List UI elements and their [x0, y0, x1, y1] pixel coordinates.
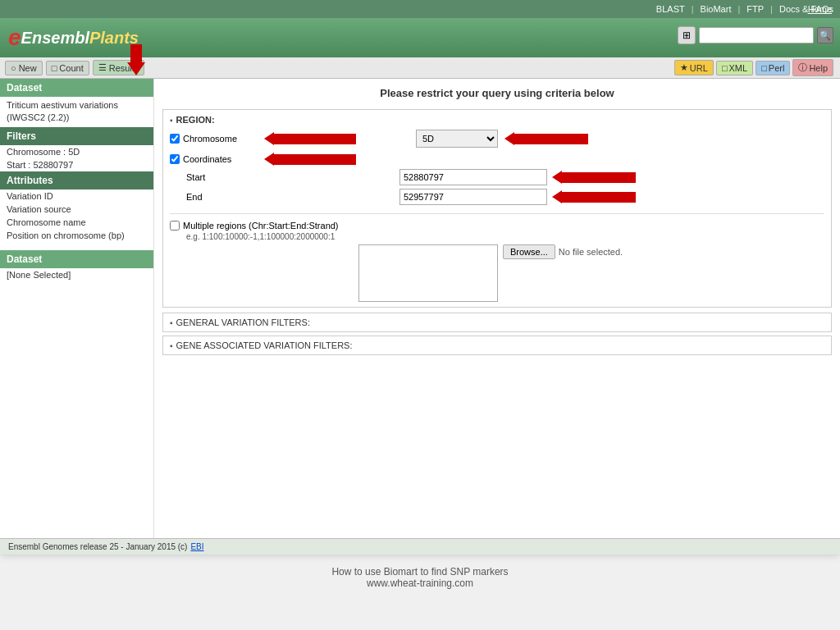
start-input[interactable]: [399, 169, 547, 185]
filters-section-header: Filters: [0, 127, 153, 145]
coordinates-label: Coordinates: [183, 154, 231, 164]
chromosome-label: Chromosome: [183, 134, 237, 144]
perl-icon: □: [761, 63, 767, 73]
attributes-section-header: Attributes: [0, 171, 153, 189]
filter-start: Start : 52880797: [0, 158, 153, 171]
end-input[interactable]: [399, 189, 547, 205]
multiple-regions-textarea[interactable]: [358, 244, 498, 302]
header-search-button[interactable]: 🔍: [817, 27, 833, 43]
new-button[interactable]: ○ New: [5, 61, 43, 75]
start-label: Start: [170, 172, 399, 182]
xml-icon: □: [722, 63, 728, 73]
logo: e EnsemblPlants: [8, 25, 139, 51]
general-variation-header: GENERAL VARIATION FILTERS:: [176, 317, 310, 327]
page-title: Please restrict your query using criteri…: [162, 87, 832, 99]
dataset-item: Triticum aestivum variations (IWGSC2 (2.…: [0, 97, 153, 127]
region-expand-icon[interactable]: ▪: [170, 116, 173, 125]
results-icon: ☰: [98, 62, 107, 73]
new-icon: ○: [11, 63, 16, 73]
browse-button[interactable]: Browse...: [503, 244, 555, 259]
perl-button[interactable]: □ Perl: [756, 61, 790, 75]
chromosome-checkbox[interactable]: [170, 134, 180, 144]
gene-expand-icon[interactable]: ▪: [170, 341, 173, 350]
coordinates-checkbox[interactable]: [170, 154, 180, 164]
url-button[interactable]: ★ URL: [674, 60, 714, 75]
biomart-link[interactable]: BioMart: [701, 4, 732, 14]
chromosome-select[interactable]: 5D: [416, 130, 498, 148]
dataset2-none: [None Selected]: [0, 268, 153, 281]
filter-chromosome: Chromosome : 5D: [0, 145, 153, 158]
help-button[interactable]: ⓘ Help: [792, 59, 833, 76]
count-button[interactable]: □ Count: [46, 61, 89, 75]
help-icon: ⓘ: [798, 62, 807, 74]
attr-variation-source: Variation source: [0, 203, 153, 216]
multiple-regions-checkbox-label[interactable]: Multiple regions (Chr:Start:End:Strand): [170, 221, 824, 231]
general-expand-icon[interactable]: ▪: [170, 318, 173, 327]
xml-button[interactable]: □ XML: [716, 61, 753, 75]
end-label: End: [170, 192, 399, 202]
blast-link[interactable]: BLAST: [656, 4, 685, 14]
caption-line1: How to use Biomart to find SNP markers: [0, 566, 840, 578]
multiple-regions-label: Multiple regions (Chr:Start:End:Strand): [183, 221, 339, 231]
star-icon: ★: [680, 62, 688, 73]
header-search-input[interactable]: [699, 27, 814, 43]
caption-line2: www.wheat-training.com: [0, 578, 840, 589]
gene-variation-header: GENE ASSOCIATED VARIATION FILTERS:: [176, 340, 353, 350]
footer-ebi-link[interactable]: EBI: [190, 542, 203, 551]
multiple-regions-example: e.g. 1:100:10000:-1,1:100000:2000000:1: [186, 232, 824, 241]
attr-variation-id: Variation ID: [0, 189, 153, 203]
ftp-link[interactable]: FTP: [746, 4, 764, 14]
docs-link[interactable]: Docs & FAQs: [779, 4, 833, 14]
multiple-regions-checkbox[interactable]: [170, 221, 180, 231]
dataset-section-header: Dataset: [0, 79, 153, 97]
count-icon: □: [52, 63, 57, 73]
no-file-text: No file selected.: [559, 247, 623, 257]
header-icon-box: ⊞: [678, 26, 696, 44]
footer-text: Ensembl Genomes release 25 - January 201…: [8, 542, 187, 551]
dataset2-section-header: Dataset: [0, 250, 153, 268]
attr-chromosome-name: Chromosome name: [0, 216, 153, 229]
region-section-label: REGION:: [176, 115, 215, 125]
attr-position: Position on chromosome (bp): [0, 229, 153, 242]
